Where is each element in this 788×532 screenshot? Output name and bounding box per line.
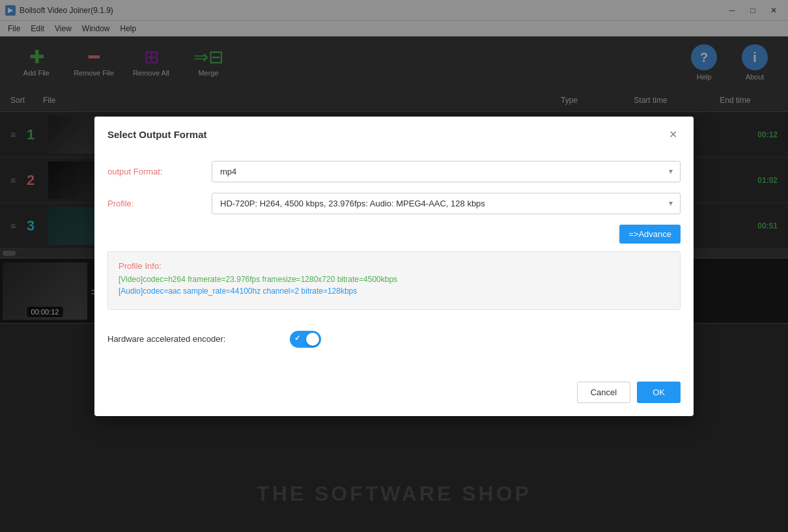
advance-button[interactable]: =>Advance xyxy=(619,225,681,244)
output-format-control: mp4 mkv avi mov ▾ xyxy=(212,161,681,182)
profile-control: HD-720P: H264, 4500 kbps, 23.976fps: Aud… xyxy=(212,193,681,214)
toggle-thumb xyxy=(306,333,319,346)
modal-title: Select Output Format xyxy=(107,129,207,140)
cancel-button[interactable]: Cancel xyxy=(577,382,630,403)
modal-header: Select Output Format ✕ xyxy=(94,117,694,150)
hw-encoder-toggle[interactable]: ✓ xyxy=(290,331,321,348)
profile-info-box: Profile Info: [Video]codec=h264 framerat… xyxy=(107,251,681,310)
output-format-label: output Format: xyxy=(107,167,212,176)
modal-overlay: Select Output Format ✕ output Format: mp… xyxy=(0,0,788,532)
hw-encoder-label: Hardware accelerated encoder: xyxy=(107,334,290,344)
modal-body: output Format: mp4 mkv avi mov ▾ Profile… xyxy=(94,150,694,374)
profile-info-audio: [Audio]codec=aac sample_rate=44100hz cha… xyxy=(119,287,669,296)
profile-row: Profile: HD-720P: H264, 4500 kbps, 23.97… xyxy=(107,193,681,214)
toggle-check-icon: ✓ xyxy=(294,334,300,343)
output-format-select[interactable]: mp4 mkv avi mov xyxy=(212,161,681,182)
profile-label: Profile: xyxy=(107,199,212,208)
modal-close-button[interactable]: ✕ xyxy=(665,127,681,143)
hw-encoder-row: Hardware accelerated encoder: ✓ xyxy=(107,326,681,348)
ok-button[interactable]: OK xyxy=(637,382,681,403)
modal-footer: Cancel OK xyxy=(94,374,694,416)
output-format-row: output Format: mp4 mkv avi mov ▾ xyxy=(107,161,681,182)
profile-info-title: Profile Info: xyxy=(119,261,669,271)
select-output-format-dialog: Select Output Format ✕ output Format: mp… xyxy=(94,117,694,416)
advance-button-row: =>Advance xyxy=(107,225,681,244)
profile-select[interactable]: HD-720P: H264, 4500 kbps, 23.976fps: Aud… xyxy=(212,193,681,214)
profile-info-video: [Video]codec=h264 framerate=23.976fps fr… xyxy=(119,275,669,284)
